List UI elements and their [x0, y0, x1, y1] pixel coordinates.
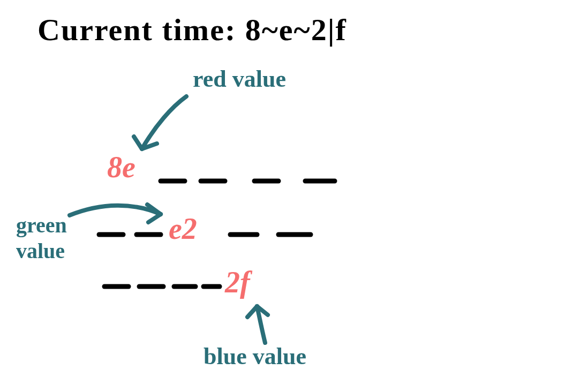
arrow-red-head-1: [134, 137, 142, 149]
arrow-red-shaft: [142, 96, 186, 149]
arrow-blue-head-1: [247, 306, 257, 317]
diagram-strokes: [0, 0, 580, 392]
arrow-green-head-2: [148, 214, 161, 222]
